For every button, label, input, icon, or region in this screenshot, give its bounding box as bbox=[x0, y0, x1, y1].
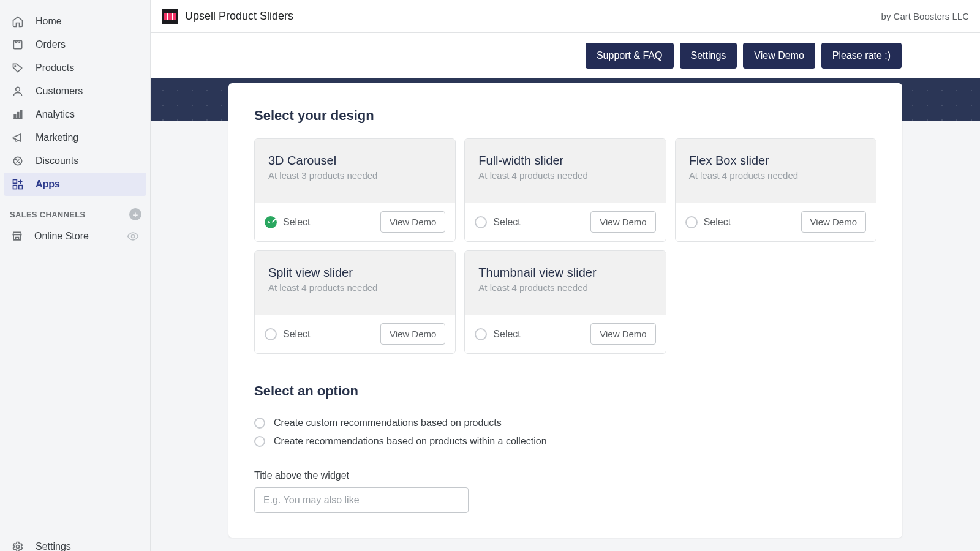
nav-label: Orders bbox=[36, 39, 66, 50]
nav-label: Customers bbox=[36, 86, 83, 97]
channel-online-store[interactable]: Online Store bbox=[4, 225, 146, 247]
design-card: Split view sliderAt least 4 products nee… bbox=[254, 250, 456, 354]
nav-orders[interactable]: Orders bbox=[4, 33, 146, 56]
radio-icon bbox=[254, 436, 265, 447]
view-demo-button[interactable]: View Demo bbox=[743, 43, 815, 69]
action-bar: Support & FAQ Settings View Demo Please … bbox=[151, 33, 980, 78]
discount-icon bbox=[11, 154, 24, 168]
gear-icon bbox=[11, 540, 24, 551]
title-input[interactable] bbox=[254, 487, 469, 513]
nav-analytics[interactable]: Analytics bbox=[4, 103, 146, 126]
design-title: 3D Carousel bbox=[268, 154, 442, 168]
svg-point-2 bbox=[16, 87, 20, 91]
design-subtitle: At least 3 products needed bbox=[268, 170, 442, 181]
sidebar: Home Orders Products Customers Analytics… bbox=[0, 0, 151, 551]
card-view-demo-button[interactable]: View Demo bbox=[590, 211, 655, 233]
design-select-radio[interactable]: Select bbox=[475, 328, 520, 340]
radio-label: Select bbox=[283, 329, 310, 340]
radio-label: Select bbox=[493, 329, 520, 340]
design-card: 3D CarouselAt least 3 products neededSel… bbox=[254, 138, 456, 242]
design-card: Thumbnail view sliderAt least 4 products… bbox=[464, 250, 666, 354]
design-card-header: Full-width sliderAt least 4 products nee… bbox=[465, 139, 665, 203]
design-grid: 3D CarouselAt least 3 products neededSel… bbox=[254, 138, 876, 354]
radio-label: Select bbox=[493, 217, 520, 228]
design-subtitle: At least 4 products needed bbox=[478, 170, 652, 181]
nav-label: Marketing bbox=[36, 132, 78, 143]
nav-label: Home bbox=[36, 16, 62, 27]
design-title: Full-width slider bbox=[478, 154, 652, 168]
card-view-demo-button[interactable]: View Demo bbox=[380, 323, 445, 345]
user-icon bbox=[11, 84, 24, 98]
design-card-footer: SelectView Demo bbox=[465, 315, 665, 353]
topbar: Upsell Product Sliders by Cart Boosters … bbox=[151, 0, 980, 33]
design-subtitle: At least 4 products needed bbox=[268, 282, 442, 293]
design-select-radio[interactable]: Select bbox=[265, 328, 310, 340]
app-author: by Cart Boosters LLC bbox=[881, 11, 969, 21]
design-card-footer: SelectView Demo bbox=[255, 203, 455, 241]
nav-marketing[interactable]: Marketing bbox=[4, 126, 146, 149]
eye-icon[interactable] bbox=[127, 230, 139, 242]
design-select-radio[interactable]: Select bbox=[685, 216, 731, 228]
option-heading: Select an option bbox=[254, 383, 876, 399]
add-channel-button[interactable]: + bbox=[129, 208, 141, 220]
design-title: Thumbnail view slider bbox=[478, 266, 652, 280]
apps-icon bbox=[11, 178, 24, 191]
nav-label: Apps bbox=[36, 179, 60, 190]
radio-icon bbox=[475, 328, 487, 340]
nav-home[interactable]: Home bbox=[4, 10, 146, 33]
radio-label: Select bbox=[283, 217, 310, 228]
svg-point-12 bbox=[132, 235, 135, 238]
nav-label: Products bbox=[36, 62, 74, 73]
radio-icon bbox=[265, 328, 277, 340]
radio-icon bbox=[265, 216, 277, 228]
card-view-demo-button[interactable]: View Demo bbox=[380, 211, 445, 233]
nav-apps[interactable]: Apps bbox=[4, 173, 146, 196]
svg-point-7 bbox=[16, 159, 17, 160]
design-card: Full-width sliderAt least 4 products nee… bbox=[464, 138, 666, 242]
nav-settings[interactable]: Settings bbox=[4, 535, 146, 551]
app-title: Upsell Product Sliders bbox=[185, 10, 293, 23]
nav-label: Analytics bbox=[36, 109, 75, 120]
nav-list: Home Orders Products Customers Analytics… bbox=[0, 6, 150, 196]
option-item[interactable]: Create custom recommendations based on p… bbox=[254, 414, 876, 432]
store-icon bbox=[11, 230, 23, 242]
design-card-footer: SelectView Demo bbox=[676, 203, 876, 241]
nav-label: Settings bbox=[36, 541, 71, 551]
design-heading: Select your design bbox=[254, 108, 876, 124]
title-field-label: Title above the widget bbox=[254, 470, 876, 481]
svg-rect-10 bbox=[19, 186, 23, 189]
design-subtitle: At least 4 products needed bbox=[689, 170, 862, 181]
svg-rect-4 bbox=[17, 113, 19, 119]
design-card-header: Split view sliderAt least 4 products nee… bbox=[255, 251, 455, 315]
card-view-demo-button[interactable]: View Demo bbox=[801, 211, 866, 233]
rate-button[interactable]: Please rate :) bbox=[821, 43, 902, 69]
nav-label: Discounts bbox=[36, 156, 78, 167]
radio-label: Select bbox=[704, 217, 731, 228]
bar-chart-icon bbox=[11, 108, 24, 121]
nav-discounts[interactable]: Discounts bbox=[4, 149, 146, 173]
option-item[interactable]: Create recommendations based on products… bbox=[254, 432, 876, 451]
settings-button[interactable]: Settings bbox=[680, 43, 737, 69]
nav-customers[interactable]: Customers bbox=[4, 80, 146, 103]
svg-rect-9 bbox=[13, 180, 17, 184]
app-logo bbox=[162, 9, 178, 24]
design-title: Flex Box slider bbox=[689, 154, 862, 168]
card-view-demo-button[interactable]: View Demo bbox=[590, 323, 655, 345]
tag-icon bbox=[11, 61, 24, 75]
channel-label: Online Store bbox=[34, 231, 89, 242]
home-icon bbox=[11, 15, 24, 28]
option-label: Create custom recommendations based on p… bbox=[274, 418, 502, 429]
design-title: Split view slider bbox=[268, 266, 442, 280]
orders-icon bbox=[11, 38, 24, 51]
support-faq-button[interactable]: Support & FAQ bbox=[586, 43, 674, 69]
megaphone-icon bbox=[11, 131, 24, 144]
nav-products[interactable]: Products bbox=[4, 56, 146, 80]
design-select-radio[interactable]: Select bbox=[265, 216, 310, 228]
svg-point-13 bbox=[17, 545, 20, 549]
radio-icon bbox=[475, 216, 487, 228]
design-select-radio[interactable]: Select bbox=[475, 216, 520, 228]
svg-rect-11 bbox=[13, 186, 17, 189]
design-card-header: Thumbnail view sliderAt least 4 products… bbox=[465, 251, 665, 315]
design-subtitle: At least 4 products needed bbox=[478, 282, 652, 293]
sales-channels-header: SALES CHANNELS + bbox=[0, 196, 150, 225]
